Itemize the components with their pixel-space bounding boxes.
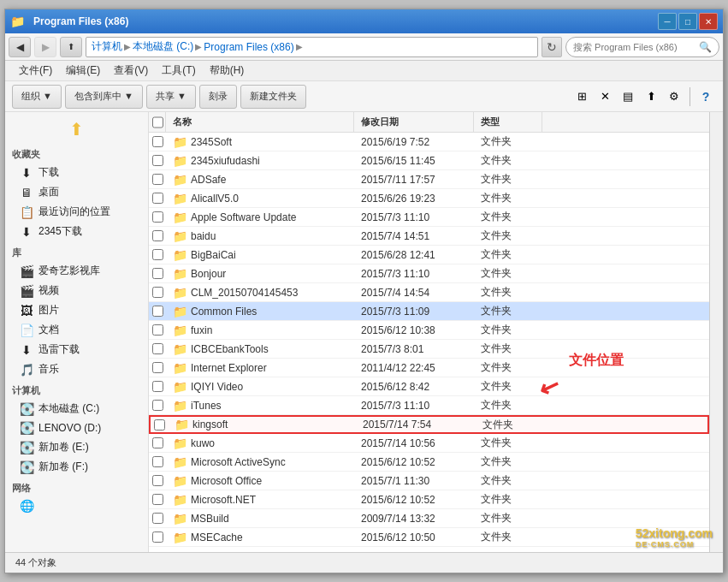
table-row[interactable]: 📁 iTunes 2015/7/3 11:10 文件夹 xyxy=(149,396,709,415)
row-select-checkbox[interactable] xyxy=(152,174,163,185)
column-header-name[interactable]: 名称 xyxy=(166,112,354,132)
table-row[interactable]: 📁 CLM_20150704145453 2015/7/4 14:54 文件夹 xyxy=(149,283,709,302)
view-icon-5[interactable]: ⚙ xyxy=(664,87,684,106)
breadcrumb-computer[interactable]: 计算机 xyxy=(92,39,122,54)
up-button[interactable]: ⬆ xyxy=(60,37,82,57)
table-row[interactable]: 📁 ADSafe 2015/7/11 17:57 文件夹 xyxy=(149,170,709,189)
menu-file[interactable]: 文件(F) xyxy=(12,62,59,80)
sidebar-item-iqiyi[interactable]: 🎬 爱奇艺影视库 xyxy=(5,261,148,281)
row-checkbox[interactable] xyxy=(149,249,166,260)
row-select-checkbox[interactable] xyxy=(152,437,163,448)
view-icon-3[interactable]: ▤ xyxy=(618,87,638,106)
row-select-checkbox[interactable] xyxy=(152,324,163,336)
row-checkbox[interactable] xyxy=(149,513,166,524)
breadcrumb-drive[interactable]: 本地磁盘 (C:) xyxy=(133,39,193,54)
new-folder-button[interactable]: 新建文件夹 xyxy=(240,85,306,109)
column-header-date[interactable]: 修改日期 xyxy=(354,112,474,132)
row-select-checkbox[interactable] xyxy=(152,193,163,204)
row-checkbox[interactable] xyxy=(149,475,166,486)
minimize-button[interactable]: ─ xyxy=(658,13,677,30)
table-row[interactable]: 📁 fuxin 2015/6/12 10:38 文件夹 xyxy=(149,321,709,340)
menu-view[interactable]: 查看(V) xyxy=(107,62,155,80)
table-row[interactable]: 📁 ICBCEbankTools 2015/7/3 8:01 文件夹 xyxy=(149,340,709,359)
row-checkbox[interactable] xyxy=(149,230,166,241)
row-checkbox[interactable] xyxy=(149,532,166,543)
sidebar-item-documents[interactable]: 📄 文档 xyxy=(5,320,148,340)
row-select-checkbox[interactable] xyxy=(152,211,163,223)
table-row[interactable]: 📁 Microsoft.NET 2015/6/12 10:52 文件夹 xyxy=(149,490,709,509)
include-library-button[interactable]: 包含到库中 ▼ xyxy=(65,85,143,109)
menu-tools[interactable]: 工具(T) xyxy=(155,62,202,80)
row-checkbox[interactable] xyxy=(149,362,166,373)
header-checkbox[interactable] xyxy=(149,112,166,132)
table-row[interactable]: 📁 BigBaiCai 2015/6/28 12:41 文件夹 xyxy=(149,246,709,264)
row-checkbox[interactable] xyxy=(149,494,166,505)
column-header-type[interactable]: 类型 xyxy=(474,112,542,132)
table-row[interactable]: 📁 Apple Software Update 2015/7/3 11:10 文… xyxy=(149,208,709,227)
row-checkbox[interactable] xyxy=(149,136,166,147)
maximize-button[interactable]: □ xyxy=(678,13,697,30)
select-all-checkbox[interactable] xyxy=(152,116,163,128)
row-select-checkbox[interactable] xyxy=(152,306,163,317)
row-select-checkbox[interactable] xyxy=(152,136,163,147)
row-checkbox[interactable] xyxy=(149,343,166,354)
sidebar-item-pictures[interactable]: 🖼 图片 xyxy=(5,300,148,320)
sidebar-item-2345download[interactable]: ⬇ 2345下载 xyxy=(5,222,148,241)
sidebar-item-video[interactable]: 🎬 视频 xyxy=(5,281,148,300)
table-row[interactable]: 📁 MSBuild 2009/7/14 13:32 文件夹 xyxy=(149,509,709,528)
row-checkbox[interactable] xyxy=(149,174,166,185)
row-select-checkbox[interactable] xyxy=(152,362,163,373)
sidebar-item-music[interactable]: 🎵 音乐 xyxy=(5,359,148,379)
row-select-checkbox[interactable] xyxy=(152,513,163,524)
table-row[interactable]: 📁 Microsoft ActiveSync 2015/6/12 10:52 文… xyxy=(149,453,709,472)
view-icon-4[interactable]: ⬆ xyxy=(641,87,661,106)
table-row[interactable]: 📁 AlicallV5.0 2015/6/26 19:23 文件夹 xyxy=(149,189,709,208)
table-row[interactable]: 📁 MSECache 2015/6/12 10:50 文件夹 xyxy=(149,528,709,547)
search-input[interactable] xyxy=(573,42,695,52)
row-select-checkbox[interactable] xyxy=(152,268,163,279)
menu-edit[interactable]: 编辑(E) xyxy=(59,62,107,80)
row-select-checkbox[interactable] xyxy=(154,419,165,431)
forward-button[interactable]: ▶ xyxy=(34,37,56,57)
row-select-checkbox[interactable] xyxy=(152,230,163,241)
row-select-checkbox[interactable] xyxy=(152,475,163,486)
menu-help[interactable]: 帮助(H) xyxy=(203,62,252,80)
row-checkbox[interactable] xyxy=(149,268,166,279)
row-checkbox[interactable] xyxy=(149,211,166,223)
help-button[interactable]: ? xyxy=(695,87,716,106)
row-checkbox[interactable] xyxy=(149,155,166,166)
row-select-checkbox[interactable] xyxy=(152,155,163,166)
organize-button[interactable]: 组织 ▼ xyxy=(12,85,62,109)
row-select-checkbox[interactable] xyxy=(152,532,163,543)
table-row[interactable]: 📁 kingsoft 2015/7/14 7:54 文件夹 xyxy=(149,415,709,434)
close-button[interactable]: ✕ xyxy=(699,13,718,30)
row-checkbox[interactable] xyxy=(149,193,166,204)
row-select-checkbox[interactable] xyxy=(152,456,163,467)
sidebar-item-desktop[interactable]: 🖥 桌面 xyxy=(5,182,148,202)
burn-button[interactable]: 刻录 xyxy=(199,85,237,109)
table-row[interactable]: 📁 Bonjour 2015/7/3 11:10 文件夹 xyxy=(149,264,709,283)
row-checkbox[interactable] xyxy=(149,324,166,336)
sidebar-item-drive-d[interactable]: 💽 LENOVO (D:) xyxy=(5,419,148,437)
row-select-checkbox[interactable] xyxy=(152,343,163,354)
row-checkbox[interactable] xyxy=(149,287,166,298)
share-button[interactable]: 共享 ▼ xyxy=(146,85,196,109)
row-checkbox[interactable] xyxy=(149,381,166,392)
sidebar-item-drive-e[interactable]: 💽 新加卷 (E:) xyxy=(5,437,148,457)
sidebar-item-xunlei[interactable]: ⬇ 迅雷下载 xyxy=(5,340,148,359)
row-select-checkbox[interactable] xyxy=(152,249,163,260)
table-row[interactable]: 📁 Common Files 2015/7/3 11:09 文件夹 xyxy=(149,302,709,321)
row-select-checkbox[interactable] xyxy=(152,381,163,392)
table-row[interactable]: 📁 2345xiufudashi 2015/6/15 11:45 文件夹 xyxy=(149,151,709,170)
sidebar-item-drive-f[interactable]: 💽 新加卷 (F:) xyxy=(5,457,148,477)
table-row[interactable]: 📁 Internet Explorer 2011/4/12 22:45 文件夹 xyxy=(149,359,709,377)
row-checkbox[interactable] xyxy=(149,437,166,448)
table-row[interactable]: 📁 baidu 2015/7/4 14:51 文件夹 xyxy=(149,227,709,246)
table-row[interactable]: 📁 Microsoft Office 2015/7/1 11:30 文件夹 xyxy=(149,472,709,490)
row-checkbox[interactable] xyxy=(151,419,168,431)
row-checkbox[interactable] xyxy=(149,306,166,317)
table-row[interactable]: 📁 IQIYI Video 2015/6/12 8:42 文件夹 xyxy=(149,377,709,396)
row-checkbox[interactable] xyxy=(149,456,166,467)
sidebar-item-drive-c[interactable]: 💽 本地磁盘 (C:) xyxy=(5,399,148,419)
scrollbar[interactable] xyxy=(709,112,723,552)
